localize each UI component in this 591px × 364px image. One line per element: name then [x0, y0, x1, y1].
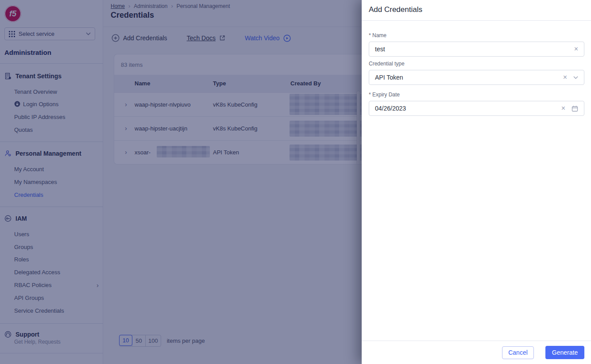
expiry-date-input[interactable]: 04/26/2023 ×	[369, 101, 584, 116]
name-input-value: test	[375, 46, 568, 53]
generate-button[interactable]: Generate	[545, 346, 584, 359]
name-input[interactable]: test ×	[369, 42, 584, 57]
clear-icon[interactable]: ×	[574, 46, 578, 53]
modal-scrim[interactable]	[0, 0, 362, 364]
clear-icon[interactable]: ×	[563, 74, 567, 81]
credential-type-select[interactable]: API Token ×	[369, 70, 584, 85]
name-field-label: * Name	[369, 32, 386, 38]
clear-icon[interactable]: ×	[561, 105, 565, 112]
panel-title: Add Credentials	[369, 5, 422, 14]
expiry-date-value: 04/26/2023	[375, 105, 555, 112]
credential-type-label: Credential type	[369, 61, 405, 67]
add-credentials-panel: Add Credentials * Name test × Credential…	[362, 0, 591, 364]
chevron-down-icon[interactable]	[573, 76, 578, 79]
panel-footer: Cancel Generate	[362, 341, 591, 364]
expiry-date-label: * Expiry Date	[369, 92, 400, 98]
credential-type-value: API Token	[375, 74, 557, 81]
divider	[362, 20, 591, 21]
calendar-icon[interactable]	[572, 105, 578, 112]
cancel-button[interactable]: Cancel	[502, 346, 534, 359]
